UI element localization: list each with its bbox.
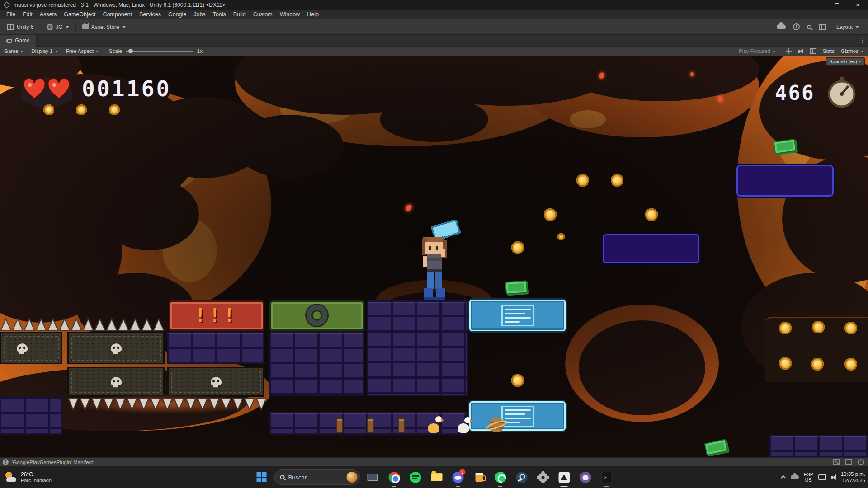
game-viewport[interactable]: !!! 001160 466 Spanish (es) xyxy=(0,56,868,457)
undo-history-icon[interactable] xyxy=(793,23,800,30)
taskbar-app-discord[interactable]: 1 xyxy=(449,466,467,488)
taskbar-app-settings[interactable] xyxy=(534,466,552,488)
chick-enemy xyxy=(428,416,442,433)
info-icon: ! xyxy=(3,459,9,465)
brick-platform xyxy=(0,397,62,435)
menu-item-edit[interactable]: Edit xyxy=(19,11,36,18)
scale-slider[interactable] xyxy=(126,51,193,52)
purple-panel xyxy=(736,165,834,197)
menu-item-component[interactable]: Component xyxy=(99,11,136,18)
skull-icon xyxy=(111,343,122,352)
coin xyxy=(844,322,857,334)
coin xyxy=(557,233,565,240)
console-grid-icon[interactable] xyxy=(845,459,852,465)
touch-keyboard-icon[interactable] xyxy=(818,474,826,480)
taskbar-app-terminal[interactable]: >_ xyxy=(598,466,615,488)
ok-status-icon[interactable] xyxy=(858,459,864,465)
language-dropdown[interactable]: Spanish (es) xyxy=(826,57,865,66)
gizmos-dropdown[interactable]: Gizmos xyxy=(841,48,863,54)
taskbar-app-whatsapp[interactable] xyxy=(492,466,509,488)
window-title: massi-vs-jose-remastered - 3-1 - Windows… xyxy=(14,2,225,8)
hearts-lives-indicator xyxy=(20,70,73,109)
scale-label: Scale xyxy=(109,48,122,54)
taskbar-search[interactable]: Buscar xyxy=(274,469,360,485)
chevron-down-icon xyxy=(96,51,99,52)
menu-item-window[interactable]: Window xyxy=(276,11,303,18)
coin xyxy=(511,374,524,387)
taskbar-app-spotify[interactable] xyxy=(407,466,424,488)
search-icon[interactable] xyxy=(807,25,811,29)
display-dropdown[interactable]: Display 1 xyxy=(27,47,61,56)
chevron-down-icon xyxy=(773,51,775,52)
menu-item-tools[interactable]: Tools xyxy=(209,11,230,18)
taskbar-app-steam[interactable] xyxy=(513,466,530,488)
chevron-down-icon xyxy=(55,51,58,52)
aspect-ratio-dropdown[interactable]: Free Aspect xyxy=(62,47,103,56)
cloud-services-icon[interactable] xyxy=(777,24,786,29)
monitor-icon xyxy=(368,474,378,481)
chevron-down-icon xyxy=(855,26,859,28)
taskbar-app-explorer[interactable] xyxy=(428,466,445,488)
layout-dropdown[interactable]: Layout xyxy=(833,22,863,32)
menu-item-file[interactable]: File xyxy=(3,11,19,18)
clock-date-widget[interactable]: 10:35 p.m. 12/7/2025 xyxy=(841,471,865,484)
skull-icon xyxy=(111,377,122,385)
stats-toggle[interactable]: Stats xyxy=(823,48,835,54)
taskbar-app-beer[interactable] xyxy=(471,466,488,488)
metrics-icon[interactable] xyxy=(810,48,816,54)
coin xyxy=(576,174,589,187)
menu-item-assets[interactable]: Assets xyxy=(36,11,61,18)
language-indicator[interactable]: ESP US xyxy=(804,472,813,483)
vsync-flare-icon[interactable] xyxy=(786,48,792,54)
account-dropdown[interactable]: JG xyxy=(43,22,72,32)
menu-item-jobs[interactable]: Jobs xyxy=(190,11,209,18)
windows-taskbar: 26°C Parc. nublado Buscar 1 >_ ESP xyxy=(0,466,868,488)
tray-overflow-chevron-icon[interactable] xyxy=(781,475,786,480)
status-message[interactable]: 'GooglePlayGamesPlugin' Manifest: xyxy=(12,460,94,465)
onedrive-cloud-icon[interactable] xyxy=(791,475,799,479)
spike-strip-up xyxy=(0,318,165,331)
menu-item-build[interactable]: Build xyxy=(230,11,250,18)
chevron-down-icon xyxy=(858,61,862,62)
taskbar-app-chrome[interactable] xyxy=(386,466,403,488)
minimize-button[interactable] xyxy=(806,0,826,10)
layers-icon[interactable] xyxy=(819,24,826,30)
menu-item-help[interactable]: Help xyxy=(303,11,322,18)
steam-icon xyxy=(516,472,527,483)
weather-icon xyxy=(5,471,17,483)
skull-platform xyxy=(67,332,165,364)
coin xyxy=(76,104,87,115)
maximize-button[interactable] xyxy=(826,0,847,10)
coin xyxy=(779,357,792,370)
unity-version-badge[interactable]: Unity 6 xyxy=(4,22,37,32)
close-button[interactable]: × xyxy=(847,0,868,10)
mute-audio-icon[interactable] xyxy=(798,48,803,54)
unity-icon xyxy=(558,472,570,483)
weather-widget[interactable]: 26°C Parc. nublado xyxy=(5,466,52,488)
menu-item-google[interactable]: Google xyxy=(165,11,190,18)
taskbar-app-github-desktop[interactable] xyxy=(577,466,594,488)
timer-display: 466 xyxy=(775,81,815,104)
chrome-icon xyxy=(388,472,400,483)
wood-post xyxy=(367,418,374,433)
menu-item-custom[interactable]: Custom xyxy=(250,11,276,18)
menu-item-gameobject[interactable]: GameObject xyxy=(60,11,99,18)
tray-time: 10:35 p.m. xyxy=(841,471,865,477)
start-button[interactable] xyxy=(253,466,270,488)
taskbar-app-unity[interactable] xyxy=(556,466,573,488)
menu-item-services[interactable]: Services xyxy=(136,11,165,18)
tab-options-icon[interactable] xyxy=(862,38,863,39)
asset-store-dropdown[interactable]: Asset Store xyxy=(79,22,129,32)
volume-icon[interactable] xyxy=(831,474,836,480)
taskbar-app-monitor[interactable] xyxy=(364,466,382,488)
game-view-dropdown[interactable]: Game xyxy=(0,47,27,56)
player-character xyxy=(410,220,468,301)
play-focused-dropdown[interactable]: Play Focused xyxy=(735,48,779,54)
title-bar: massi-vs-jose-remastered - 3-1 - Windows… xyxy=(0,0,868,10)
notifications-muted-icon[interactable] xyxy=(833,459,840,465)
scale-slider-knob[interactable] xyxy=(128,49,133,53)
tab-game[interactable]: Game xyxy=(0,35,37,47)
chevron-down-icon xyxy=(20,51,23,52)
unity-hub-icon xyxy=(7,24,14,30)
folder-icon xyxy=(431,473,442,481)
